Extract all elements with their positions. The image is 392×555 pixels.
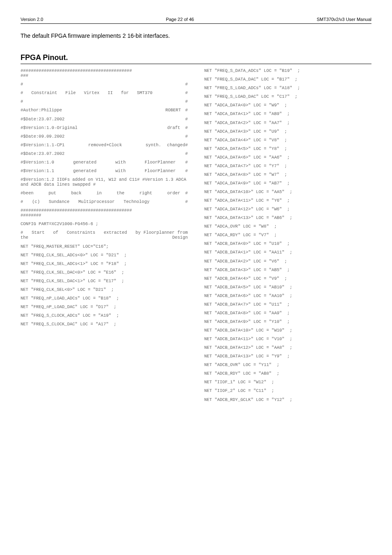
code-line: NET "ADCA_DATA<3>" LOC = "U9" ;	[204, 129, 371, 134]
code-line: NET "ADCB_RDY_GCLK" LOC = "Y12" ;	[204, 397, 371, 402]
left-column: ########################################…	[21, 68, 188, 405]
code-line: NET "ADCA_RDY" LOC = "V7" ;	[204, 233, 371, 237]
code-line: #$Version:1.1-CP1 removed+Clock synth. c…	[21, 143, 188, 147]
code-line: NET "ADCA_DATA<9>" LOC = "AB7" ;	[204, 181, 371, 186]
code-line: # #	[21, 99, 188, 104]
code-line: NET "ADCB_DATA<10>" LOC = "W10" ;	[204, 328, 371, 333]
code-line: NET "ADCB_DATA<7>" LOC = "U11" ;	[204, 302, 371, 307]
code-line: NET "ADCA_DATA<5>" LOC = "Y8" ;	[204, 146, 371, 151]
code-line: NET "ADCB_DATA<4>" LOC = "V9" ;	[204, 276, 371, 281]
code-line: #$Version:1.1 generated with FloorPlanne…	[21, 168, 188, 173]
code-line: NET "FREQ_CLK_SEL_DAC<0>" LOC = "E16" ;	[21, 270, 188, 275]
code-line: NET "ADCB_OVR" LOC = "Y11" ;	[204, 362, 371, 367]
code-line: NET "ADCB_DATA<9>" LOC = "Y10" ;	[204, 319, 371, 324]
code-line: NET "FREQ_nP_LOAD_ADCs" LOC = "B18" ;	[21, 296, 188, 301]
code-line: #$Date:23.07.2002 #	[21, 151, 188, 156]
code-line: NET "FREQ_S_LOAD_ADCs" LOC = "A18" ;	[204, 85, 371, 90]
code-line: ########################################…	[21, 208, 188, 218]
code-line: NET "ADCB_DATA<11>" LOC = "V10" ;	[204, 336, 371, 341]
header-title: SMT370v2/v3 User Manual	[317, 16, 371, 23]
code-line: NET "FREQ_S_DATA_DAC" LOC = "B17" ;	[204, 77, 371, 82]
code-line: NET "FREQ_CLK_SEL_DAC<1>" LOC = "E17" ;	[21, 279, 188, 283]
code-line: # Constraint File Virtex II for SMT370 #	[21, 90, 188, 95]
code-line: #$Version:1.0 generated with FloorPlanne…	[21, 160, 188, 165]
code-line: NET "ADCB_DATA<12>" LOC = "AA8" ;	[204, 345, 371, 350]
code-line: NET "ADCA_DATA<11>" LOC = "Y6" ;	[204, 198, 371, 203]
code-line: NET "FREQ_CLK_SEL_ADCs<0>" LOC = "D21" ;	[21, 253, 188, 258]
code-line: NET "ADCA_DATA<7>" LOC = "Y7" ;	[204, 164, 371, 168]
code-columns: ########################################…	[21, 68, 371, 405]
code-line: NET "FREQ_CLK_SEL<0>" LOC = "D21" ;	[21, 287, 188, 292]
code-line: NET "ADCA_DATA<8>" LOC = "W7" ;	[204, 172, 371, 177]
header-page: Page 22 of 46	[166, 16, 194, 23]
code-line: NET "ADCB_DATA<8>" LOC = "AA9" ;	[204, 311, 371, 315]
code-line: NET "ADCA_DATA<13>" LOC = "AB6" ;	[204, 215, 371, 220]
code-line: NET "IIOF_1" LOC = "W12" ;	[204, 380, 371, 385]
code-line: NET "ADCA_DATA<2>" LOC = "AA7" ;	[204, 120, 371, 125]
code-line: NET "ADCA_OVR" LOC = "W8" ;	[204, 224, 371, 229]
code-line: NET "ADCA_DATA<10>" LOC = "AA5" ;	[204, 189, 371, 194]
code-line: NET "IIOF_2" LOC = "C11" ;	[204, 388, 371, 393]
code-line: NET "ADCA_DATA<1>" LOC = "AB9" ;	[204, 111, 371, 116]
code-line: NET "ADCB_DATA<3>" LOC = "AB5" ;	[204, 267, 371, 272]
code-line: NET "ADCA_DATA<0>" LOC = "W9" ;	[204, 103, 371, 108]
code-line: NET "FREQ_MASTER_RESET" LOC="C16";	[21, 244, 188, 249]
code-line: NET "FREQ_S_CLOCK_ADCs" LOC = "A19" ;	[21, 313, 188, 318]
right-column: NET "FREQ_S_DATA_ADCs" LOC = "B19" ; NET…	[204, 68, 371, 405]
code-line: # #	[21, 82, 188, 87]
code-line: CONFIG PART=XC2V1000-FG456-6 ;	[21, 221, 188, 226]
code-line: NET "FREQ_nP_LOAD_DAC" LOC = "D17" ;	[21, 304, 188, 309]
code-line: ########################################…	[21, 68, 188, 78]
code-line: NET "ADCB_DATA<13>" LOC = "Y9" ;	[204, 354, 371, 359]
code-line: NET "FREQ_S_CLOCK_DAC" LOC = "A17" ;	[21, 322, 188, 327]
code-line: #Author:Philippe ROBERT #	[21, 108, 188, 113]
code-line: NET "ADCB_DATA<1>" LOC = "AA11" ;	[204, 250, 371, 255]
code-line: NET "ADCA_DATA<4>" LOC = "V8" ;	[204, 138, 371, 143]
intro-text: The default FPGA firmware implements 2 1…	[21, 32, 371, 40]
code-line: NET "ADCB_DATA<0>" LOC = "U10" ;	[204, 241, 371, 246]
code-line: NET "ADCA_DATA<6>" LOC = "AA6" ;	[204, 155, 371, 160]
code-line: # (c) Sundance Multiprocessor Technology…	[21, 199, 188, 204]
code-line: NET "ADCB_RDY" LOC = "AB8" ;	[204, 371, 371, 376]
code-line: NET "FREQ_S_LOAD_DAC" LOC = "C17" ;	[204, 94, 371, 99]
code-line: #$Date:09.09.2002 #	[21, 134, 188, 139]
code-line: #$Version:1.2 IIOFs added on V11, W12 an…	[21, 177, 188, 187]
code-line: NET "ADCB_DATA<2>" LOC = "V6" ;	[204, 259, 371, 264]
section-heading: FPGA Pinout.	[21, 53, 371, 64]
code-line: #$Date:23.07.2002 #	[21, 117, 188, 122]
code-line: #$Version:1.0-Original draft #	[21, 125, 188, 130]
code-line: NET "FREQ_CLK_SEL_ADCs<1>" LOC = "F18" ;	[21, 261, 188, 266]
code-line: # Start of Constraints extracted by Floo…	[21, 230, 188, 240]
code-line: NET "ADCA_DATA<12>" LOC = "W6" ;	[204, 207, 371, 212]
code-line: NET "ADCB_DATA<6>" LOC = "AA10" ;	[204, 293, 371, 298]
page-header: Version 2.0 Page 22 of 46 SMT370v2/v3 Us…	[21, 16, 371, 24]
code-line: NET "FREQ_S_DATA_ADCs" LOC = "B19" ;	[204, 68, 371, 73]
code-line: #been put back in the right order #	[21, 191, 188, 196]
code-line: NET "ADCB_DATA<5>" LOC = "AB10" ;	[204, 285, 371, 290]
header-version: Version 2.0	[21, 16, 43, 23]
